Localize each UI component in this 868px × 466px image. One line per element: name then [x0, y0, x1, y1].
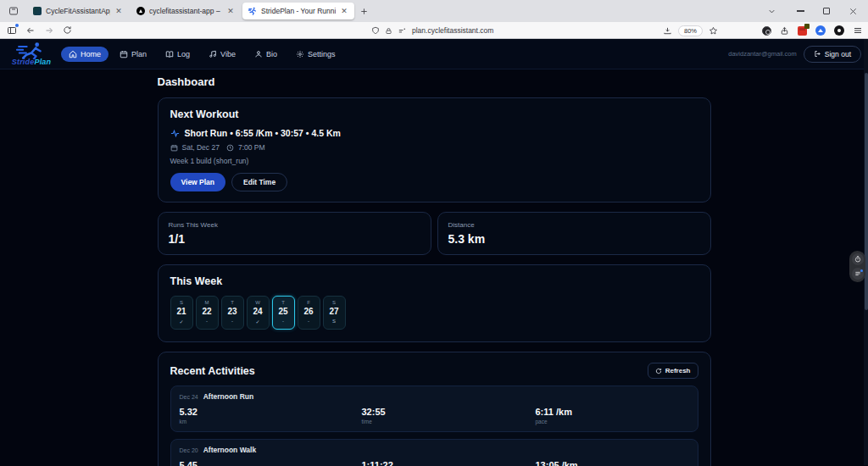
share-icon[interactable]	[780, 26, 789, 36]
day-letter: W	[248, 300, 269, 305]
extension-blue-circle-icon[interactable]	[815, 25, 826, 36]
activity-row[interactable]: Dec 20 Afternoon Walk 5.45km 1:11:22time…	[170, 439, 698, 466]
tab-close-icon[interactable]: ✕	[226, 7, 235, 15]
reload-icon[interactable]	[63, 25, 72, 35]
nav-item-vibe[interactable]: Vibe	[201, 47, 243, 62]
nav-label: Bio	[266, 50, 277, 58]
refresh-button[interactable]: Refresh	[648, 363, 698, 379]
recent-activities-title: Recent Activities	[170, 365, 255, 377]
view-plan-button[interactable]: View Plan	[170, 173, 226, 191]
sign-out-button[interactable]: Sign out	[804, 46, 861, 63]
new-tab-button[interactable]	[355, 3, 372, 19]
activity-pace: 13:05 /km	[536, 460, 689, 466]
browser-toolbar: plan.cyclefitassistant.com 80%	[0, 22, 868, 39]
workout-date: Sat, Dec 27	[182, 143, 220, 152]
menu-icon[interactable]	[853, 25, 863, 36]
page-scrollbar[interactable]	[864, 39, 868, 465]
stat-label: Distance	[448, 221, 700, 229]
day-chip-22[interactable]: M 22 -	[196, 296, 219, 330]
tab-title: StridePlan - Your Running Plan	[261, 7, 336, 15]
dashboard-content: Dashboard Next Workout Short Run • 6:55 …	[158, 69, 711, 466]
tab-cyclefitassistantapp[interactable]: CycleFitAssistantApp ✕	[27, 3, 129, 19]
day-marker: S	[324, 319, 345, 325]
workout-summary: Short Run • 6:55 /Km • 30:57 • 4.5 Km	[185, 128, 341, 138]
activity-pace: 6:11 /km	[536, 407, 689, 417]
extension-black-circle-icon[interactable]	[834, 25, 844, 36]
day-chip-24[interactable]: W 24 ✓	[247, 296, 270, 330]
edit-time-button[interactable]: Edit Time	[231, 173, 287, 191]
firefox-view-icon[interactable]	[3, 3, 24, 19]
day-chip-23[interactable]: T 23 -	[221, 296, 244, 330]
nav-label: Settings	[308, 50, 336, 58]
window-controls	[767, 0, 868, 22]
back-icon[interactable]	[25, 25, 36, 36]
this-week-title: This Week	[170, 275, 698, 287]
sidebar-toggle-icon[interactable]	[7, 25, 17, 36]
extension-red-grid-icon[interactable]	[798, 26, 807, 36]
tracking-shield-icon[interactable]	[371, 26, 380, 35]
day-chip-27[interactable]: S 27 S	[323, 296, 346, 330]
nav-item-home[interactable]: Home	[61, 47, 108, 62]
nav-items: Home Plan Log Vibe Bio Settings	[61, 47, 342, 62]
tab-title: CycleFitAssistantApp	[46, 7, 110, 15]
home-icon	[69, 50, 77, 58]
workout-time: 7:00 PM	[238, 143, 265, 152]
activity-time: 1:11:22	[362, 460, 536, 466]
close-icon[interactable]	[849, 7, 858, 16]
stopwatch-icon[interactable]	[852, 253, 864, 265]
day-letter: F	[298, 300, 320, 305]
list-icon[interactable]	[852, 268, 864, 280]
day-marker: -	[222, 319, 243, 325]
minimize-icon[interactable]	[797, 10, 804, 12]
day-number: 23	[222, 307, 243, 316]
tab-deployment[interactable]: cyclefitassistant-app – Deploym ✕	[131, 3, 241, 19]
brand-logo[interactable]: StridePlan	[7, 42, 56, 66]
nav-item-log[interactable]: Log	[158, 47, 198, 62]
extension-dark-circle-icon[interactable]	[762, 26, 771, 36]
activity-distance: 5.45	[180, 460, 362, 466]
tab-strideplan-active[interactable]: StridePlan - Your Running Plan ✕	[242, 3, 354, 19]
sign-out-icon	[814, 50, 821, 58]
day-chip-21[interactable]: S 21 ✓	[170, 296, 193, 330]
activity-date: Dec 20	[180, 447, 198, 453]
forward-icon[interactable]	[44, 25, 54, 36]
day-letter: S	[324, 300, 345, 305]
activity-name: Afternoon Walk	[203, 446, 257, 454]
activity-row[interactable]: Dec 24 Afternoon Run 5.32km 32:55time 6:…	[170, 386, 698, 432]
bookmark-star-icon[interactable]	[709, 26, 718, 36]
zoom-level-badge[interactable]: 80%	[678, 25, 703, 36]
brand-plan: Plan	[34, 58, 51, 66]
activity-pulse-icon	[170, 129, 180, 138]
brand-name: StridePlan	[12, 58, 52, 66]
workout-note: Week 1 build (short_run)	[170, 157, 698, 165]
stat-card-runs: Runs This Week 1/1	[158, 212, 431, 255]
day-letter: S	[171, 300, 192, 305]
url-bar[interactable]: plan.cyclefitassistant.com	[371, 22, 493, 39]
stat-value: 1/1	[169, 232, 420, 246]
nav-item-plan[interactable]: Plan	[112, 47, 154, 62]
activity-name: Afternoon Run	[203, 392, 254, 401]
strideplan-app: StridePlan Home Plan Log Vibe Bio	[0, 39, 868, 465]
floating-extension-widget	[849, 251, 865, 282]
tab-close-icon[interactable]: ✕	[114, 7, 123, 15]
restore-icon[interactable]	[823, 8, 830, 14]
save-page-icon[interactable]	[663, 26, 672, 36]
calendar-icon	[120, 50, 128, 58]
nav-label: Home	[81, 50, 101, 58]
url-text[interactable]: plan.cyclefitassistant.com	[412, 26, 493, 35]
permissions-icon[interactable]	[398, 26, 407, 36]
page-title: Dashboard	[158, 75, 711, 88]
nav-item-settings[interactable]: Settings	[288, 47, 343, 62]
next-workout-title: Next Workout	[170, 108, 698, 120]
day-letter: M	[197, 300, 218, 305]
day-chip-25-current[interactable]: T 25 -	[272, 296, 295, 330]
activity-distance-label: km	[180, 419, 362, 424]
day-marker: ✓	[171, 319, 192, 325]
day-chip-26[interactable]: F 26 -	[298, 296, 320, 330]
lock-icon[interactable]	[385, 27, 392, 35]
tab-list-chevron-icon[interactable]	[767, 7, 776, 16]
book-icon	[165, 50, 174, 58]
day-letter: T	[222, 300, 243, 305]
tab-close-icon[interactable]: ✕	[340, 7, 348, 15]
nav-item-bio[interactable]: Bio	[247, 47, 285, 62]
